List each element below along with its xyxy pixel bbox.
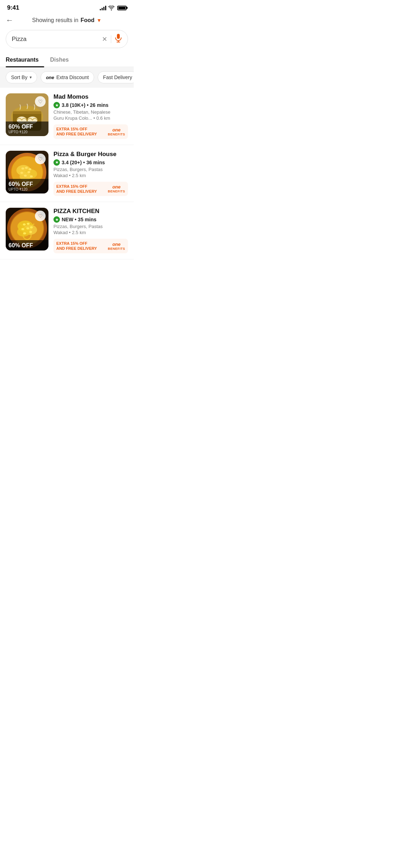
cuisine-text: Chinese, Tibetan, Nepalese — [53, 109, 128, 115]
restaurant-list: ♡ 60% OFF UPTO ₹120 Mad Momos ★ 3.8 (10K… — [0, 88, 134, 259]
restaurant-card[interactable]: ♡ 60% OFF UPTO ₹120 Pizza & Burger House… — [0, 145, 134, 202]
offer-text: EXTRA 15% OFF AND FREE DELIVERY — [56, 241, 97, 251]
signal-icon — [100, 5, 106, 10]
cuisine-text: Pizzas, Burgers, Pastas — [53, 167, 128, 172]
discount-percent: 60% OFF — [9, 124, 46, 130]
mic-icon[interactable] — [115, 34, 122, 44]
svg-point-30 — [23, 223, 26, 226]
discount-upto: UPTO ₹120 — [9, 187, 46, 191]
header-title: Showing results in Food ▼ — [32, 17, 102, 24]
restaurant-image-wrap: ♡ 60% OFF UPTO ₹120 — [6, 151, 48, 193]
offer-row: EXTRA 15% OFF AND FREE DELIVERY one BENE… — [53, 182, 128, 196]
restaurant-name: Mad Momos — [53, 93, 128, 100]
svg-point-35 — [29, 231, 32, 233]
svg-point-21 — [30, 175, 33, 177]
favorite-button[interactable]: ♡ — [35, 96, 46, 107]
discount-upto: UPTO ₹120 — [9, 130, 46, 134]
search-bar: ✕ — [6, 30, 128, 48]
sort-by-label: Sort By — [11, 74, 27, 80]
offer-text: EXTRA 15% OFF AND FREE DELIVERY — [56, 184, 97, 194]
tabs: Restaurants Dishes — [0, 52, 134, 67]
restaurant-name: PIZZA KITCHEN — [53, 208, 128, 215]
one-benefits-badge: one BENEFITS — [108, 184, 125, 193]
one-extra-discount-chip[interactable]: one Extra Discount — [41, 71, 94, 83]
restaurant-info: PIZZA KITCHEN ★ NEW • 35 mins Pizzas, Bu… — [53, 208, 128, 253]
favorite-button[interactable]: ♡ — [35, 211, 46, 221]
restaurant-info: Mad Momos ★ 3.8 (10K+) • 26 mins Chinese… — [53, 93, 128, 139]
discount-badge: 60% OFF UPTO ₹120 — [6, 179, 48, 193]
sort-by-chip[interactable]: Sort By ▾ — [6, 71, 37, 83]
offer-row: EXTRA 15% OFF AND FREE DELIVERY one BENE… — [53, 124, 128, 139]
clear-search-icon[interactable]: ✕ — [102, 35, 107, 43]
svg-point-31 — [27, 223, 30, 225]
discount-badge: 60% OFF — [6, 240, 48, 251]
one-logo: one — [112, 127, 120, 133]
svg-point-34 — [26, 227, 29, 229]
one-benefits-badge: one BENEFITS — [108, 127, 125, 136]
svg-point-18 — [29, 168, 31, 170]
one-logo-icon: one — [46, 75, 54, 80]
benefits-label: BENEFITS — [108, 133, 125, 136]
showing-text: Showing results in — [32, 17, 78, 24]
search-container: ✕ — [0, 27, 134, 52]
benefits-label: BENEFITS — [108, 247, 125, 250]
back-button[interactable]: ← — [6, 16, 14, 25]
location-text: Wakad • 2.5 km — [53, 173, 128, 178]
restaurant-card[interactable]: ♡ 60% OFF PIZZA KITCHEN ★ NEW • 35 mins … — [0, 202, 134, 259]
rating-value: 3.8 (10K+) • 26 mins — [62, 102, 108, 108]
svg-point-20 — [27, 171, 30, 173]
filter-bar: Sort By ▾ one Extra Discount Fast Delive… — [0, 67, 134, 88]
extra-discount-label: Extra Discount — [56, 74, 89, 80]
restaurant-card[interactable]: ♡ 60% OFF UPTO ₹120 Mad Momos ★ 3.8 (10K… — [0, 88, 134, 145]
discount-badge: 60% OFF UPTO ₹120 — [6, 122, 48, 136]
category-dropdown-icon[interactable]: ▼ — [97, 17, 102, 23]
discount-percent: 60% OFF — [9, 181, 46, 187]
rating-value: 3.4 (20+) • 36 mins — [62, 160, 105, 165]
restaurant-image-wrap: ♡ 60% OFF UPTO ₹120 — [6, 93, 48, 136]
favorite-button[interactable]: ♡ — [35, 154, 46, 164]
header: ← Showing results in Food ▼ — [0, 14, 134, 27]
one-logo: one — [112, 242, 120, 247]
rating-star-icon: ★ — [53, 216, 60, 223]
cuisine-text: Pizzas, Burgers, Pastas — [53, 224, 128, 229]
fast-delivery-label: Fast Delivery — [103, 74, 132, 80]
rating-row: ★ NEW • 35 mins — [53, 216, 128, 223]
rating-row: ★ 3.4 (20+) • 36 mins — [53, 159, 128, 166]
tab-restaurants[interactable]: Restaurants — [6, 52, 44, 67]
svg-rect-6 — [13, 111, 41, 114]
rating-row: ★ 3.8 (10K+) • 26 mins — [53, 102, 128, 108]
benefits-label: BENEFITS — [108, 190, 125, 193]
svg-point-32 — [30, 226, 33, 228]
wifi-icon — [108, 6, 114, 10]
status-bar: 9:41 — [0, 0, 134, 14]
rating-value: NEW • 35 mins — [62, 217, 97, 222]
category-label: Food — [81, 17, 94, 24]
svg-point-16 — [21, 167, 24, 170]
restaurant-name: Pizza & Burger House — [53, 151, 128, 158]
offer-row: EXTRA 15% OFF AND FREE DELIVERY one BENE… — [53, 239, 128, 253]
restaurant-image-wrap: ♡ 60% OFF — [6, 208, 48, 250]
svg-rect-0 — [117, 34, 120, 39]
svg-point-36 — [23, 232, 26, 234]
search-divider — [111, 35, 111, 43]
status-icons — [100, 5, 127, 10]
restaurant-info: Pizza & Burger House ★ 3.4 (20+) • 36 mi… — [53, 151, 128, 196]
location-text: Guru Krupa Colo... • 0.6 km — [53, 115, 128, 121]
discount-percent: 60% OFF — [9, 242, 46, 249]
location-text: Wakad • 2.5 km — [53, 230, 128, 235]
svg-point-22 — [24, 175, 27, 177]
search-input[interactable] — [12, 36, 98, 43]
fast-delivery-chip[interactable]: Fast Delivery — [98, 71, 134, 83]
sort-by-arrow-icon: ▾ — [30, 75, 32, 80]
status-time: 9:41 — [7, 4, 19, 11]
rating-star-icon: ★ — [53, 159, 60, 166]
offer-text: EXTRA 15% OFF AND FREE DELIVERY — [56, 126, 97, 137]
one-logo: one — [112, 184, 120, 190]
svg-point-17 — [25, 167, 28, 169]
svg-point-33 — [21, 228, 24, 230]
svg-point-19 — [20, 172, 23, 174]
one-benefits-badge: one BENEFITS — [108, 242, 125, 250]
rating-star-icon: ★ — [53, 102, 60, 108]
tab-dishes[interactable]: Dishes — [44, 52, 74, 67]
battery-icon — [117, 6, 127, 10]
